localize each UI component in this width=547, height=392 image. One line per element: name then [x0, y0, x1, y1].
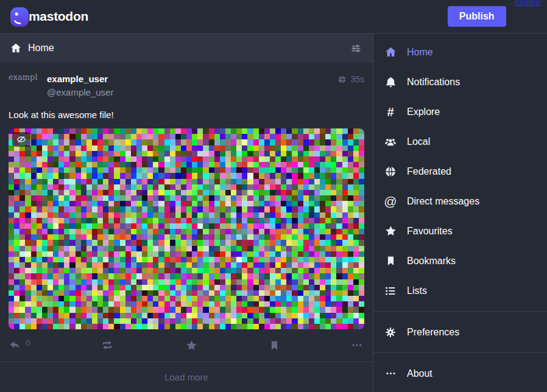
ellipsis-icon [383, 368, 398, 379]
reply-button[interactable]: 0 [9, 339, 30, 352]
sidebar-item-direct-messages[interactable]: @ Direct messages [373, 186, 547, 216]
sidebar-item-label: Direct messages [407, 196, 479, 207]
sliders-icon [350, 43, 362, 54]
column-settings-button[interactable] [349, 41, 363, 55]
column-title: Home [28, 43, 54, 54]
users-icon [383, 135, 398, 149]
sidebar-item-federated[interactable]: Federated [373, 156, 547, 186]
hashtag-icon: # [383, 106, 398, 118]
star-icon [185, 339, 198, 352]
main-area: Home example_user example_user @example_… [0, 33, 547, 392]
sidebar-item-home[interactable]: Home [373, 37, 547, 67]
status-content: Look at this awesome file! [9, 108, 364, 121]
account-link[interactable]: examp [515, 0, 541, 7]
sidebar-item-label: About [407, 368, 432, 379]
favourite-button[interactable] [185, 339, 198, 352]
sidebar-item-notifications[interactable]: Notifications [373, 67, 547, 97]
at-icon: @ [383, 195, 398, 208]
list-icon [383, 285, 398, 297]
sidebar-item-label: Explore [407, 107, 440, 117]
bookmark-button[interactable] [269, 340, 280, 351]
sidebar-item-label: Local [407, 136, 430, 147]
sidebar-item-local[interactable]: Local [373, 127, 547, 156]
publish-button[interactable]: Publish [448, 6, 506, 27]
load-more-button[interactable]: Load more [0, 362, 373, 392]
bookmark-icon [383, 255, 398, 267]
brand-wordmark: mastodon [29, 9, 88, 24]
sidebar-item-preferences[interactable]: Preferences [373, 317, 547, 347]
ellipsis-icon [351, 339, 363, 351]
home-icon [383, 46, 398, 58]
top-bar-right: Publish examp [448, 6, 541, 27]
boost-button[interactable] [101, 338, 114, 352]
star-icon [383, 225, 398, 237]
mastodon-logo[interactable]: mastodon [9, 4, 88, 29]
sidebar-item-label: Notifications [407, 77, 460, 88]
globe-icon [383, 166, 398, 178]
column-header[interactable]: Home [0, 33, 373, 63]
top-bar: mastodon Publish examp [0, 0, 547, 33]
bookmark-icon [269, 340, 280, 351]
timestamp-link[interactable]: 35s [337, 74, 364, 84]
account-name-link[interactable]: example_user @example_user [47, 72, 113, 97]
account-handle: @example_user [47, 87, 113, 97]
sidebar-item-label: Preferences [407, 327, 459, 338]
sidebar-item-bookmarks[interactable]: Bookmarks [373, 246, 547, 276]
hide-media-button[interactable] [12, 132, 30, 147]
action-bar: 0 [9, 338, 364, 352]
sidebar-item-lists[interactable]: Lists [373, 276, 547, 306]
status-header: example_user example_user @example_user … [9, 72, 364, 102]
mastodon-elephant-icon [9, 4, 30, 29]
sidebar-item-explore[interactable]: # Explore [373, 97, 547, 127]
sidebar-divider [373, 352, 547, 353]
globe-visibility-icon [337, 75, 347, 84]
media-noise-canvas [9, 128, 364, 329]
sidebar-divider [373, 311, 547, 312]
boost-icon [101, 338, 114, 352]
status: example_user example_user @example_user … [0, 63, 373, 362]
bell-icon [383, 75, 398, 88]
sidebar-item-label: Federated [407, 166, 451, 177]
reply-count: 0 [26, 338, 30, 348]
sidebar-item-label: Lists [407, 285, 427, 296]
sidebar-item-label: Bookmarks [407, 256, 456, 267]
sidebar-item-label: Favourites [407, 226, 453, 237]
mastodon-app: mastodon Publish examp Home example_user… [0, 0, 547, 392]
gear-icon [383, 326, 398, 338]
more-button[interactable] [351, 339, 363, 351]
reply-icon [9, 339, 21, 352]
sidebar-item-label: Home [407, 47, 433, 58]
avatar[interactable]: example_user [9, 72, 38, 102]
sidebar-item-about[interactable]: About [373, 359, 547, 388]
timestamp: 35s [350, 74, 364, 84]
navigation-panel: Home Notifications # Explore Local [373, 33, 547, 392]
home-column: Home example_user example_user @example_… [0, 33, 373, 392]
eye-slash-icon [16, 135, 26, 144]
home-icon [10, 42, 22, 54]
display-name: example_user [47, 74, 113, 84]
sidebar-item-favourites[interactable]: Favourites [373, 216, 547, 246]
media-attachment[interactable] [9, 128, 364, 329]
